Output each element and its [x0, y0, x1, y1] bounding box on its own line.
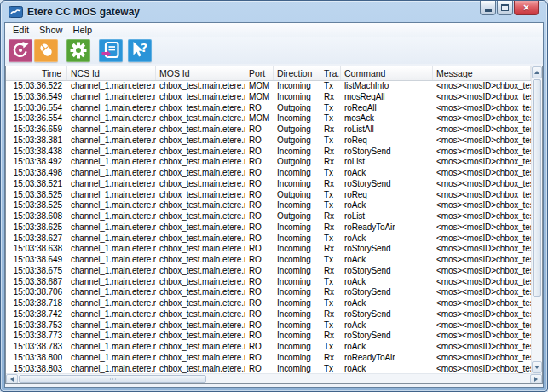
table-row[interactable]: 15:03:38.800channel_1.main.etere.ncschbo… [6, 353, 531, 364]
table-row[interactable]: 15:03:38.498channel_1.main.etere.ncschbo… [6, 168, 531, 179]
table-row[interactable]: 15:03:38.625channel_1.main.etere.ncschbo… [6, 222, 531, 233]
cell-time: 15:03:38.608 [6, 211, 67, 222]
cell-mos-id: chbox_test.main.etere.m... [156, 113, 245, 124]
close-button[interactable]: × [514, 1, 539, 15]
cell-command: mosReqAll [341, 92, 433, 103]
cell-time: 15:03:38.438 [6, 147, 67, 158]
cell-command: roReqAll [341, 103, 433, 114]
cell-direction: Incoming [274, 113, 320, 124]
table-row[interactable]: 15:03:38.638channel_1.main.etere.ncschbo… [6, 244, 531, 255]
horizontal-scroll-track[interactable] [18, 374, 530, 383]
table-row[interactable]: 15:03:36.554channel_1.main.etere.ncschbo… [6, 113, 531, 124]
table-row[interactable]: 15:03:38.438channel_1.main.etere.ncschbo… [6, 147, 531, 158]
cell-port: RO [245, 342, 274, 353]
table-row[interactable]: 15:03:38.525channel_1.main.etere.ncschbo… [6, 200, 531, 211]
table-row[interactable]: 15:03:38.521channel_1.main.etere.ncschbo… [6, 179, 531, 190]
cell-time: 15:03:38.525 [6, 200, 67, 211]
cell-time: 15:03:38.753 [6, 320, 67, 331]
scroll-right-button[interactable] [530, 374, 542, 383]
cell-ncs-id: channel_1.main.etere.ncs [67, 124, 156, 135]
maximize-button[interactable] [497, 1, 513, 15]
horizontal-scroll-thumb[interactable] [19, 375, 206, 383]
cell-message: <mos><mosID>chbox_test.main. [433, 168, 531, 179]
cell-mos-id: chbox_test.main.etere.m... [156, 103, 245, 114]
table-row[interactable]: 15:03:38.492channel_1.main.etere.ncschbo… [6, 157, 531, 168]
column-header-mos-id[interactable]: MOS Id [156, 66, 245, 80]
menu-show[interactable]: Show [34, 24, 68, 36]
history-button[interactable] [9, 39, 32, 62]
cell-ncs-id: channel_1.main.etere.ncs [67, 353, 156, 364]
report-button[interactable] [99, 39, 123, 62]
cell-mos-id: chbox_test.main.etere.m... [156, 320, 245, 331]
table-row[interactable]: 15:03:36.659channel_1.main.etere.ncschbo… [6, 124, 531, 135]
column-header-tra[interactable]: Tra... [320, 66, 341, 80]
table-row[interactable]: 15:03:38.706channel_1.main.etere.ncschbo… [6, 287, 531, 298]
scroll-left-button[interactable] [6, 374, 18, 383]
cell-port: RO [245, 353, 274, 364]
cell-port: RO [245, 147, 274, 158]
scroll-down-button[interactable] [532, 361, 542, 373]
cell-port: RO [245, 255, 274, 266]
cell-command: roStorySend [341, 331, 433, 342]
scroll-up-button[interactable] [532, 66, 542, 78]
cell-command: listMachInfo [341, 81, 433, 92]
report-window-icon [101, 40, 121, 61]
cell-ncs-id: channel_1.main.etere.ncs [67, 179, 156, 190]
context-help-button[interactable]: ? [128, 39, 152, 62]
cell-ncs-id: channel_1.main.etere.ncs [67, 81, 156, 92]
cell-time: 15:03:38.638 [6, 244, 67, 255]
table-row[interactable]: 15:03:38.753channel_1.main.etere.ncschbo… [6, 320, 531, 331]
column-header-time[interactable]: Time [6, 66, 67, 80]
table-row[interactable]: 15:03:38.381channel_1.main.etere.ncschbo… [6, 135, 531, 147]
table-row[interactable]: 15:03:38.742channel_1.main.etere.ncschbo… [6, 309, 531, 320]
menu-edit[interactable]: Edit [8, 24, 34, 36]
table-row[interactable]: 15:03:38.627channel_1.main.etere.ncschbo… [6, 233, 531, 245]
column-header-message[interactable]: Message [433, 66, 531, 80]
cell-mos-id: chbox_test.main.etere.m... [156, 135, 245, 147]
cell-ncs-id: channel_1.main.etere.ncs [67, 342, 156, 353]
table-row[interactable]: 15:03:38.687channel_1.main.etere.ncschbo… [6, 277, 531, 288]
vertical-scroll-thumb[interactable] [533, 79, 541, 297]
column-header-port[interactable]: Port [245, 66, 274, 80]
table-row[interactable]: 15:03:36.554channel_1.main.etere.ncschbo… [6, 103, 531, 114]
cell-ncs-id: channel_1.main.etere.ncs [67, 168, 156, 179]
cell-tra: Rx [320, 353, 341, 364]
cell-mos-id: chbox_test.main.etere.m... [156, 222, 245, 233]
column-header-ncs-id[interactable]: NCS Id [67, 66, 156, 80]
column-header-direction[interactable]: Direction [274, 66, 320, 80]
settings-button[interactable] [66, 39, 90, 62]
title-bar[interactable]: Etere CC MOS gateway × [4, 1, 544, 22]
table-row[interactable]: 15:03:38.718channel_1.main.etere.ncschbo… [6, 298, 531, 309]
cell-time: 15:03:38.803 [6, 364, 67, 374]
cell-ncs-id: channel_1.main.etere.ncs [67, 331, 156, 342]
maximize-icon [501, 4, 509, 11]
menu-help[interactable]: Help [68, 24, 98, 36]
table-row[interactable]: 15:03:38.649channel_1.main.etere.ncschbo… [6, 255, 531, 266]
table-row[interactable]: 15:03:38.803channel_1.main.etere.ncschbo… [6, 364, 531, 374]
cell-ncs-id: channel_1.main.etere.ncs [67, 190, 156, 201]
minimize-button[interactable] [480, 1, 496, 15]
cell-mos-id: chbox_test.main.etere.m... [156, 190, 245, 201]
cell-time: 15:03:38.649 [6, 255, 67, 266]
table-row[interactable]: 15:03:38.608channel_1.main.etere.ncschbo… [6, 211, 531, 222]
table-row[interactable]: 15:03:38.525channel_1.main.etere.ncschbo… [6, 190, 531, 201]
cell-port: RO [245, 244, 274, 255]
cell-command: roStorySend [341, 179, 433, 190]
table-row[interactable]: 15:03:36.549channel_1.main.etere.ncschbo… [6, 92, 531, 103]
cell-time: 15:03:38.783 [6, 342, 67, 353]
mouse-button[interactable] [34, 39, 58, 62]
cell-port: RO [245, 103, 274, 114]
table-row[interactable]: 15:03:38.675channel_1.main.etere.ncschbo… [6, 266, 531, 277]
table-row[interactable]: 15:03:38.783channel_1.main.etere.ncschbo… [6, 342, 531, 353]
table-row[interactable]: 15:03:36.522channel_1.main.etere.ncschbo… [6, 81, 531, 92]
horizontal-scrollbar[interactable] [6, 373, 542, 383]
cell-ncs-id: channel_1.main.etere.ncs [67, 298, 156, 309]
table-row[interactable]: 15:03:38.773channel_1.main.etere.ncschbo… [6, 331, 531, 342]
cell-message: <mos><mosID>chbox_test.main. [433, 364, 531, 374]
cell-command: roListAll [341, 124, 433, 135]
column-header-command[interactable]: Command [341, 66, 433, 80]
arrow-up-icon [534, 71, 539, 74]
vertical-scrollbar[interactable] [531, 66, 542, 373]
vertical-scroll-track[interactable] [532, 78, 542, 361]
close-icon: × [523, 3, 529, 13]
